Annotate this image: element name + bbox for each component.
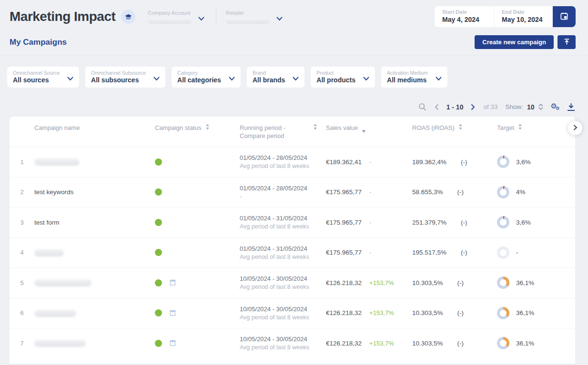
section-title: My Campaigns (10, 38, 67, 47)
retailer-select[interactable]: Retailer (226, 10, 283, 24)
running-period: 01/05/2024 - 28/05/2024 (240, 154, 326, 161)
import-campaigns-button[interactable] (558, 35, 576, 49)
target-donut-chart (497, 276, 509, 289)
column-header-target[interactable]: Target (497, 117, 575, 147)
row-number: 2 (10, 188, 34, 196)
roas-value: 10.303,5% (412, 279, 443, 286)
start-date-field[interactable]: Start Date May 4, 2024 (435, 6, 494, 27)
row-number: 6 (10, 309, 34, 316)
scroll-columns-right-button[interactable] (568, 121, 582, 135)
roas-cell: 189.362,4%(-) (412, 158, 497, 166)
sales-value: €189.362,41 (326, 158, 362, 166)
sales-change: +153,7% (369, 309, 394, 316)
roas-cell: 58.655,3%(-) (412, 188, 497, 196)
iroas-value: (-) (461, 249, 467, 256)
sales-value-cell: €126.218,32+153,7% (326, 279, 412, 286)
column-header-running-period[interactable]: Running period - Compare period (240, 117, 326, 147)
target-cell: 4% (497, 186, 575, 198)
sales-change: - (369, 188, 371, 196)
filter-activation-medium[interactable]: Activation Medium All mediums (381, 67, 447, 88)
end-date-field[interactable]: End Date May 10, 2024 (494, 6, 553, 27)
table-toolbar: 1 - 10 of 33 Show: 10 ⚙⚙ (0, 88, 588, 117)
graduation-cap-icon (121, 10, 135, 24)
filter-category[interactable]: Category All categories (172, 67, 241, 88)
table-row[interactable]: 401/05/2024 - 31/05/2024Avg period of la… (10, 237, 575, 268)
end-date-value: May 10, 2024 (502, 16, 545, 23)
previous-page-icon[interactable] (434, 104, 439, 110)
target-donut-chart (497, 247, 509, 259)
iroas-value: (-) (457, 340, 464, 347)
sort-desc-icon[interactable] (362, 127, 366, 135)
column-header-sales-value[interactable]: Sales value (326, 117, 412, 147)
chevron-down-icon (436, 74, 442, 83)
sort-icon[interactable] (205, 124, 210, 132)
filter-value: All brands (253, 76, 285, 84)
chevron-down-icon (293, 74, 299, 83)
filter-omnichannel-source[interactable]: Omnichannel Source All sources (7, 67, 79, 88)
status-active-dot (155, 188, 162, 196)
column-header-campaign-name[interactable]: Campaign name (34, 117, 155, 147)
campaign-name-cell (34, 249, 155, 256)
sort-icon[interactable] (458, 124, 463, 132)
table-row[interactable]: 510/05/2024 - 30/05/2024Avg period of la… (10, 267, 575, 298)
next-page-icon[interactable] (471, 104, 476, 110)
calendar-button[interactable] (553, 6, 576, 27)
table-row[interactable]: 710/05/2024 - 30/05/2024Avg period of la… (10, 328, 575, 358)
table-row[interactable]: 610/05/2024 - 30/05/2024Avg period of la… (10, 298, 575, 328)
search-icon[interactable] (418, 103, 426, 111)
sort-icon[interactable] (313, 124, 317, 132)
column-label: Sales value (326, 124, 358, 132)
start-date-value: May 4, 2024 (442, 16, 486, 23)
company-account-label: Company Account (148, 10, 192, 16)
table-row[interactable]: 3test form01/05/2024 - 31/05/2024Avg per… (10, 207, 575, 237)
filter-brand[interactable]: Brand All brands (247, 67, 304, 88)
campaign-name-cell (34, 309, 155, 317)
page-size-stepper-icon[interactable] (538, 103, 543, 110)
target-cell: 36,1% (497, 276, 575, 289)
company-account-select[interactable]: Company Account (148, 10, 204, 24)
end-date-label: End Date (502, 9, 545, 15)
running-period: 01/05/2024 - 31/05/2024 (240, 245, 326, 252)
filter-label: Category (177, 70, 221, 76)
column-header-campaign-status[interactable]: Campaign status (155, 117, 240, 147)
filter-label: Product (316, 70, 355, 76)
create-new-campaign-button[interactable]: Create new campaign (475, 35, 554, 49)
filter-omnichannel-subsource[interactable]: Omnichannel Subsource All subsources (85, 67, 165, 88)
table-row[interactable]: 101/05/2024 - 28/05/2024Avg period of la… (10, 147, 575, 177)
column-settings-icon[interactable]: ⚙⚙ (551, 103, 560, 111)
column-label: Campaign status (155, 124, 202, 132)
column-label: ROAS (iROAS) (412, 124, 455, 132)
status-active-dot (155, 279, 162, 286)
store-icon (169, 279, 177, 286)
target-cell: 36,1% (497, 307, 575, 319)
campaign-name: test keywords (34, 188, 74, 196)
campaign-status-cell (155, 188, 240, 196)
iroas-value: (-) (457, 279, 464, 286)
column-header-roas[interactable]: ROAS (iROAS) (412, 117, 497, 147)
target-donut-chart (497, 337, 509, 349)
column-label: Running period - Compare period (240, 124, 285, 140)
sales-change: - (369, 219, 371, 226)
download-icon[interactable] (568, 103, 575, 111)
table-row[interactable]: 2test keywords01/05/2024 - 28/05/2024-€1… (10, 177, 575, 207)
target-value: 4% (516, 188, 526, 196)
sales-value-cell: €189.362,41- (326, 158, 412, 166)
page-title: Marketing Impact (10, 9, 115, 24)
running-period-cell: 10/05/2024 - 30/05/2024Avg period of las… (240, 306, 326, 321)
page-size-value[interactable]: 10 (527, 103, 535, 111)
filter-value: All sources (13, 76, 60, 84)
running-period-cell: 01/05/2024 - 28/05/2024Avg period of las… (240, 154, 326, 169)
sort-icon[interactable] (518, 124, 522, 132)
status-active-dot (155, 340, 162, 347)
sales-change: - (369, 158, 371, 166)
running-period: 01/05/2024 - 31/05/2024 (240, 215, 326, 222)
row-number: 7 (10, 340, 34, 347)
target-value: - (516, 249, 518, 256)
status-active-dot (155, 158, 162, 166)
target-value: 36,1% (516, 340, 534, 347)
running-period: 10/05/2024 - 30/05/2024 (240, 335, 326, 343)
show-label: Show: (505, 103, 523, 110)
redacted-campaign-name (34, 279, 91, 286)
campaign-name-cell: test form (34, 219, 155, 226)
filter-product[interactable]: Product All products (311, 67, 375, 88)
